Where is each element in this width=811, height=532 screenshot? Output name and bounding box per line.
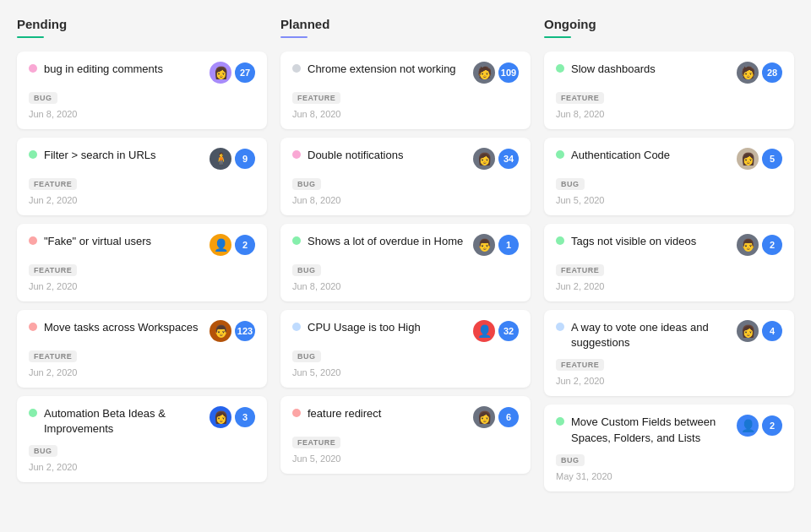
card-tag: BUG	[29, 92, 57, 104]
status-dot	[29, 150, 37, 159]
status-dot	[29, 323, 37, 331]
card[interactable]: Double notifications👩34BUGJun 8, 2020	[280, 138, 531, 215]
status-dot	[292, 150, 301, 159]
card-date: Jun 2, 2020	[556, 281, 782, 291]
status-dot	[292, 64, 301, 73]
avatar: 👤	[737, 415, 759, 437]
column-ongoing: OngoingSlow dashboards🧑28FEATUREJun 8, 2…	[544, 17, 794, 500]
card[interactable]: A way to vote one ideas and suggestions👩…	[544, 310, 794, 396]
count-badge: 5	[762, 149, 782, 169]
count-badge: 27	[235, 62, 255, 83]
count-badge: 2	[762, 415, 782, 436]
card-date: Jun 8, 2020	[292, 195, 519, 205]
card-tag: FEATURE	[556, 359, 604, 371]
count-badge: 32	[498, 321, 519, 341]
status-dot	[292, 323, 301, 331]
count-badge: 2	[762, 235, 782, 255]
avatar: 👩	[210, 62, 231, 84]
column-pending: Pendingbug in editing comments👩27BUGJun …	[17, 17, 267, 500]
status-dot	[29, 64, 37, 73]
card-tag: BUG	[556, 178, 585, 190]
avatar: 🧑	[737, 62, 759, 84]
avatar: 👩	[210, 406, 231, 428]
column-header-pending: Pending	[17, 17, 267, 38]
card[interactable]: Move Custom Fields between Spaces, Folde…	[544, 404, 794, 491]
card-title: Double notifications	[308, 148, 403, 163]
column-underline-pending	[17, 36, 44, 38]
card-title: Automation Beta Ideas & Improvements	[44, 406, 203, 437]
card[interactable]: Filter > search in URLs🧍9FEATUREJun 2, 2…	[17, 138, 267, 215]
card-tag: BUG	[29, 445, 57, 457]
avatar: 👤	[210, 234, 231, 256]
column-title-pending: Pending	[17, 17, 267, 31]
card-tag: BUG	[556, 454, 585, 466]
card-date: Jun 2, 2020	[29, 281, 255, 291]
avatar: 👩	[473, 148, 495, 170]
status-dot	[292, 236, 301, 245]
card[interactable]: Authentication Code👩5BUGJun 5, 2020	[544, 138, 794, 215]
card[interactable]: Slow dashboards🧑28FEATUREJun 8, 2020	[544, 52, 794, 129]
card[interactable]: CPU Usage is too High👤32BUGJun 5, 2020	[280, 310, 531, 388]
avatar: 👩	[473, 406, 495, 428]
card-title: Filter > search in URLs	[44, 148, 156, 163]
avatar: 👩	[737, 148, 759, 170]
card-date: Jun 2, 2020	[556, 376, 782, 386]
card-tag: FEATURE	[556, 92, 604, 104]
column-title-ongoing: Ongoing	[544, 17, 794, 31]
card-date: Jun 8, 2020	[556, 109, 782, 119]
card[interactable]: Tags not visible on videos👨2FEATUREJun 2…	[544, 224, 794, 301]
count-badge: 4	[762, 321, 782, 341]
count-badge: 2	[235, 235, 255, 255]
card-tag: BUG	[292, 178, 321, 190]
avatar: 👩	[737, 320, 759, 342]
card[interactable]: Chrome extension not working🧑109FEATUREJ…	[280, 52, 531, 129]
kanban-board: Pendingbug in editing comments👩27BUGJun …	[17, 17, 794, 500]
card-title: Move Custom Fields between Spaces, Folde…	[571, 415, 730, 445]
card-title: Shows a lot of overdue in Home	[308, 234, 463, 249]
status-dot	[556, 417, 564, 426]
column-header-planned: Planned	[280, 17, 531, 38]
avatar: 🧑	[473, 62, 495, 84]
card-title: A way to vote one ideas and suggestions	[571, 320, 730, 350]
avatar: 👨	[210, 320, 231, 342]
status-dot	[556, 64, 564, 73]
card-date: Jun 5, 2020	[556, 195, 782, 205]
card-date: Jun 5, 2020	[292, 453, 519, 464]
count-badge: 1	[498, 235, 519, 255]
count-badge: 109	[498, 62, 519, 83]
avatar: 👨	[473, 234, 495, 256]
status-dot	[556, 236, 564, 245]
card-title: Slow dashboards	[571, 62, 656, 77]
card-tag: FEATURE	[556, 264, 604, 276]
count-badge: 34	[498, 149, 519, 169]
count-badge: 3	[235, 407, 255, 427]
card[interactable]: Shows a lot of overdue in Home👨1BUGJun 8…	[280, 224, 531, 301]
status-dot	[29, 236, 37, 245]
card-tag: FEATURE	[292, 437, 340, 448]
card[interactable]: Automation Beta Ideas & Improvements👩3BU…	[17, 396, 267, 482]
card-date: May 31, 2020	[556, 471, 782, 481]
card-date: Jun 5, 2020	[292, 367, 519, 377]
card[interactable]: bug in editing comments👩27BUGJun 8, 2020	[17, 52, 267, 129]
card-tag: FEATURE	[29, 350, 77, 362]
card[interactable]: feature redirect👩6FEATUREJun 5, 2020	[280, 396, 531, 474]
avatar: 👤	[473, 320, 495, 342]
card-date: Jun 2, 2020	[29, 367, 255, 377]
card-title: "Fake" or virtual users	[44, 234, 151, 249]
card-tag: BUG	[292, 350, 321, 362]
avatar: 👨	[737, 234, 759, 256]
card-date: Jun 8, 2020	[29, 109, 255, 119]
card-title: Authentication Code	[571, 148, 670, 163]
card-title: bug in editing comments	[44, 62, 163, 77]
card[interactable]: Move tasks across Workspaces👨123FEATUREJ…	[17, 310, 267, 388]
column-underline-planned	[280, 36, 308, 38]
card[interactable]: "Fake" or virtual users👤2FEATUREJun 2, 2…	[17, 224, 267, 301]
column-title-planned: Planned	[280, 17, 531, 31]
column-header-ongoing: Ongoing	[544, 17, 794, 38]
card-tag: FEATURE	[29, 264, 77, 276]
card-tag: BUG	[292, 264, 321, 276]
card-title: Move tasks across Workspaces	[44, 320, 199, 335]
card-date: Jun 2, 2020	[29, 195, 255, 205]
card-date: Jun 8, 2020	[292, 281, 519, 291]
card-date: Jun 8, 2020	[292, 109, 519, 119]
